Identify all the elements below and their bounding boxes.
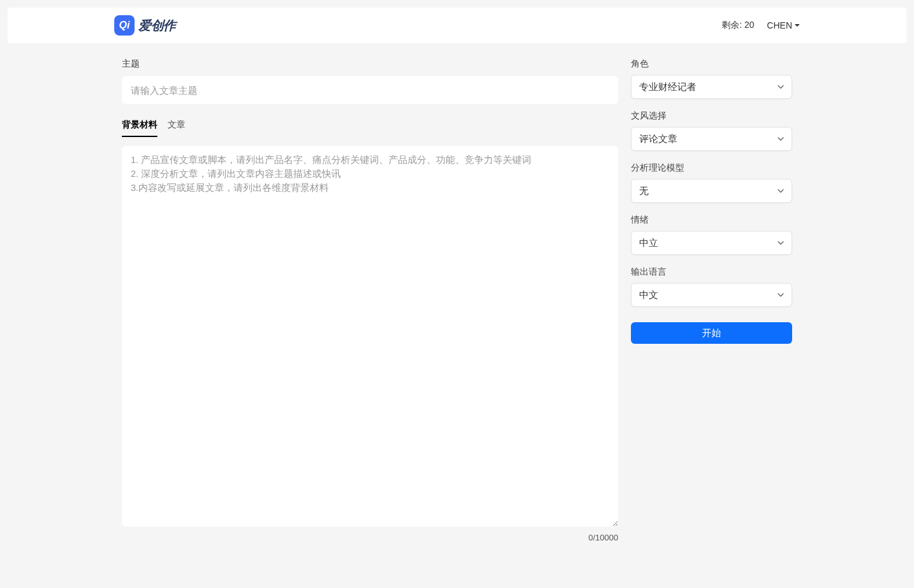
left-panel: 主题 背景材料 文章 0/10000 — [122, 58, 618, 542]
user-name: CHEN — [767, 20, 792, 30]
emotion-group: 情绪 中立 — [631, 214, 792, 255]
header: Qi 爱创作 剩余: 20 CHEN — [8, 8, 906, 43]
logo-icon: Qi — [114, 15, 135, 36]
topic-label: 主题 — [122, 58, 618, 70]
emotion-select[interactable]: 中立 — [631, 231, 792, 255]
role-label: 角色 — [631, 58, 792, 70]
tab-article[interactable]: 文章 — [168, 119, 185, 137]
style-group: 文风选择 评论文章 — [631, 110, 792, 151]
style-label: 文风选择 — [631, 110, 792, 122]
emotion-label: 情绪 — [631, 214, 792, 226]
start-button[interactable]: 开始 — [631, 322, 792, 344]
right-panel: 角色 专业财经记者 文风选择 评论文章 分析理论模型 无 — [631, 58, 792, 542]
caret-down-icon — [795, 24, 800, 27]
tabs: 背景材料 文章 — [122, 119, 618, 137]
main-container: 主题 背景材料 文章 0/10000 角色 专业财经记者 文风选择 评论 — [114, 51, 800, 550]
logo-text: 爱创作 — [138, 17, 176, 34]
model-group: 分析理论模型 无 — [631, 162, 792, 203]
char-counter: 0/10000 — [122, 533, 618, 542]
background-textarea[interactable] — [122, 146, 618, 526]
remaining-count: 剩余: 20 — [722, 20, 754, 31]
header-inner: Qi 爱创作 剩余: 20 CHEN — [114, 15, 800, 36]
language-group: 输出语言 中文 — [631, 266, 792, 307]
role-select[interactable]: 专业财经记者 — [631, 75, 792, 99]
header-right: 剩余: 20 CHEN — [722, 20, 800, 31]
logo[interactable]: Qi 爱创作 — [114, 15, 176, 36]
style-select[interactable]: 评论文章 — [631, 127, 792, 151]
tab-background[interactable]: 背景材料 — [122, 119, 157, 137]
language-select[interactable]: 中文 — [631, 283, 792, 307]
model-label: 分析理论模型 — [631, 162, 792, 174]
topic-input[interactable] — [122, 76, 618, 104]
user-menu[interactable]: CHEN — [767, 20, 800, 30]
model-select[interactable]: 无 — [631, 179, 792, 203]
language-label: 输出语言 — [631, 266, 792, 278]
role-group: 角色 专业财经记者 — [631, 58, 792, 99]
